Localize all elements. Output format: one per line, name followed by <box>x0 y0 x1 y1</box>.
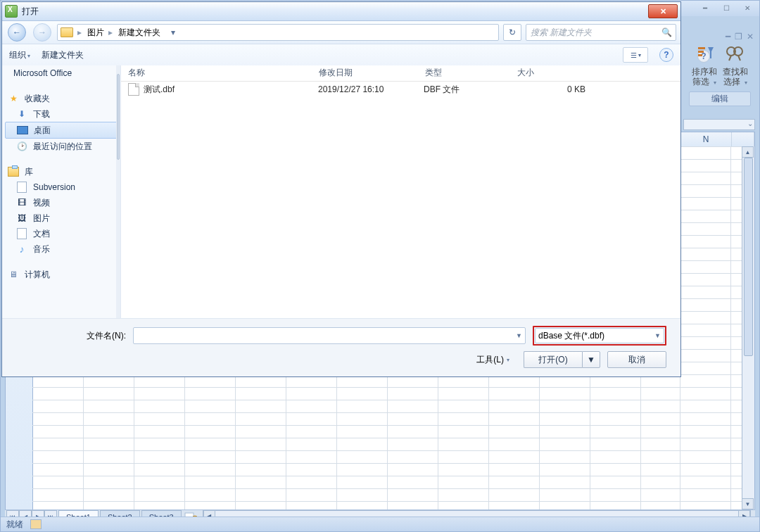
file-columns[interactable]: 名称 修改日期 类型 大小 <box>121 65 680 82</box>
filetype-highlight: dBase 文件(*.dbf)▼ <box>533 326 666 346</box>
svg-line-6 <box>729 56 731 61</box>
col-date[interactable]: 修改日期 <box>312 65 418 81</box>
sort-filter-icon[interactable] <box>696 44 716 64</box>
computer-icon: 🖥 <box>8 270 19 279</box>
excel-doc-window-controls: ━ ❐ ✕ <box>726 32 754 42</box>
search-placeholder: 搜索 新建文件夹 <box>531 27 592 39</box>
status-ready: 就绪 <box>6 519 23 531</box>
svg-line-7 <box>738 56 740 61</box>
file-list[interactable]: 名称 修改日期 类型 大小 测试.dbf 2019/12/27 16:10 DB… <box>121 65 680 319</box>
breadcrumb-0[interactable]: 图片 <box>87 27 104 39</box>
documents-icon <box>16 229 27 239</box>
file-icon <box>128 83 139 96</box>
excel-max-button[interactable]: ☐ <box>717 2 735 14</box>
find-select-label[interactable]: 查找和 选择 ▾ <box>721 67 750 87</box>
dialog-nav-bar: ← → ▸ 图片▸ 新建文件夹 ▾ ↻ 搜索 新建文件夹 🔍 <box>2 21 680 44</box>
open-button[interactable]: 打开(O) ▼ <box>524 351 600 368</box>
excel-status-bar: 就绪 <box>1 517 759 531</box>
col-size[interactable]: 大小 <box>510 65 595 81</box>
nav-libraries[interactable]: 库 <box>2 164 120 179</box>
breadcrumb-1[interactable]: 新建文件夹 <box>118 27 160 39</box>
star-icon: ★ <box>8 94 19 103</box>
dialog-close-button[interactable]: ✕ <box>648 4 678 18</box>
open-dialog: 打开 ✕ ← → ▸ 图片▸ 新建文件夹 ▾ ↻ 搜索 新建文件夹 🔍 组织▾ … <box>1 1 681 377</box>
vertical-scrollbar[interactable]: ▲ ▼ <box>742 146 754 509</box>
file-size: 0 KB <box>508 84 593 94</box>
nav-videos[interactable]: 🎞视频 <box>2 195 120 210</box>
address-bar[interactable]: ▸ 图片▸ 新建文件夹 ▾ <box>57 24 499 41</box>
nav-scrollbar[interactable] <box>116 65 120 319</box>
search-icon: 🔍 <box>661 27 671 37</box>
doc-close-icon[interactable]: ✕ <box>747 32 754 42</box>
svg-rect-0 <box>698 47 705 49</box>
nav-office[interactable]: Microsoft Office <box>2 65 120 81</box>
svg-rect-1 <box>698 51 704 53</box>
view-mode-button[interactable]: ☰ ▾ <box>623 47 648 63</box>
library-icon <box>8 167 19 177</box>
excel-close-button[interactable]: ✕ <box>738 2 756 14</box>
nav-recent[interactable]: 🕑最近访问的位置 <box>2 139 120 154</box>
nav-fwd-button[interactable]: → <box>32 23 53 42</box>
svn-icon <box>16 182 27 192</box>
nav-pictures[interactable]: 🖼图片 <box>2 210 120 226</box>
new-folder-button[interactable]: 新建文件夹 <box>42 49 84 61</box>
dialog-toolbar: 组织▾ 新建文件夹 ☰ ▾ ? <box>2 44 680 66</box>
macro-record-icon[interactable] <box>30 519 42 529</box>
filetype-filter[interactable]: dBase 文件(*.dbf)▼ <box>535 328 664 343</box>
doc-min-icon[interactable]: ━ <box>726 32 730 42</box>
tools-menu[interactable]: 工具(L)▾ <box>476 354 509 366</box>
recent-icon: 🕑 <box>16 141 27 151</box>
nav-back-button[interactable]: ← <box>6 23 27 42</box>
dialog-titlebar[interactable]: 打开 ✕ <box>2 2 680 21</box>
file-date: 2019/12/27 16:10 <box>311 84 417 94</box>
folder-icon <box>61 27 73 37</box>
nav-computer[interactable]: 🖥计算机 <box>2 267 120 282</box>
dialog-title-text: 打开 <box>22 6 39 18</box>
nav-tree[interactable]: Microsoft Office ★收藏夹 ⬇下载 桌面 🕑最近访问的位置 库 … <box>2 65 121 319</box>
file-row[interactable]: 测试.dbf 2019/12/27 16:10 DBF 文件 0 KB <box>121 82 680 97</box>
sort-filter-label[interactable]: 排序和 筛选 ▾ <box>690 67 719 87</box>
dialog-help-icon[interactable]: ? <box>659 48 673 62</box>
filename-input[interactable]: ▼ <box>133 327 526 344</box>
nav-music[interactable]: ♪音乐 <box>2 241 120 257</box>
search-input[interactable]: 搜索 新建文件夹 🔍 <box>526 24 676 41</box>
download-icon: ⬇ <box>16 109 27 119</box>
nav-desktop[interactable]: 桌面 <box>5 122 118 139</box>
scroll-up-icon[interactable]: ▲ <box>742 146 754 158</box>
ribbon-group-label: 编辑 <box>689 91 751 106</box>
refresh-button[interactable]: ↻ <box>503 24 521 41</box>
scroll-down-icon[interactable]: ▼ <box>742 498 754 509</box>
address-dropdown-icon[interactable]: ▾ <box>166 27 180 37</box>
col-header-n[interactable]: N <box>680 132 732 146</box>
find-select-icon[interactable] <box>724 44 744 64</box>
ribbon-editing-group: 排序和 筛选 ▾ 查找和 选择 ▾ 编辑 <box>686 44 754 106</box>
music-icon: ♪ <box>16 244 27 254</box>
nav-subversion[interactable]: Subversion <box>2 179 120 195</box>
organize-button[interactable]: 组织▾ <box>9 49 30 61</box>
cancel-button[interactable]: 取消 <box>607 351 666 368</box>
col-type[interactable]: 类型 <box>418 65 510 81</box>
svg-rect-2 <box>698 54 702 56</box>
vscroll-thumb[interactable] <box>744 158 753 356</box>
doc-restore-icon[interactable]: ❐ <box>735 32 742 42</box>
excel-min-button[interactable]: ━ <box>696 2 714 14</box>
nav-documents[interactable]: 文档 <box>2 226 120 241</box>
filename-label: 文件名(N): <box>87 330 126 342</box>
nav-downloads[interactable]: ⬇下载 <box>2 106 120 122</box>
svg-rect-3 <box>710 51 711 58</box>
dialog-footer: 文件名(N): ▼ dBase 文件(*.dbf)▼ 工具(L)▾ 打开(O) … <box>2 318 680 376</box>
nav-favorites[interactable]: ★收藏夹 <box>2 91 120 106</box>
video-icon: 🎞 <box>16 198 27 208</box>
file-type: DBF 文件 <box>417 84 508 96</box>
file-name: 测试.dbf <box>144 84 175 96</box>
formula-bar-fragment[interactable]: ⌄ <box>683 119 755 130</box>
col-name[interactable]: 名称 <box>121 65 312 81</box>
excel-app-icon <box>5 5 18 18</box>
open-dropdown-icon[interactable]: ▼ <box>582 351 600 368</box>
desktop-icon <box>17 125 28 135</box>
pictures-icon: 🖼 <box>16 213 27 223</box>
